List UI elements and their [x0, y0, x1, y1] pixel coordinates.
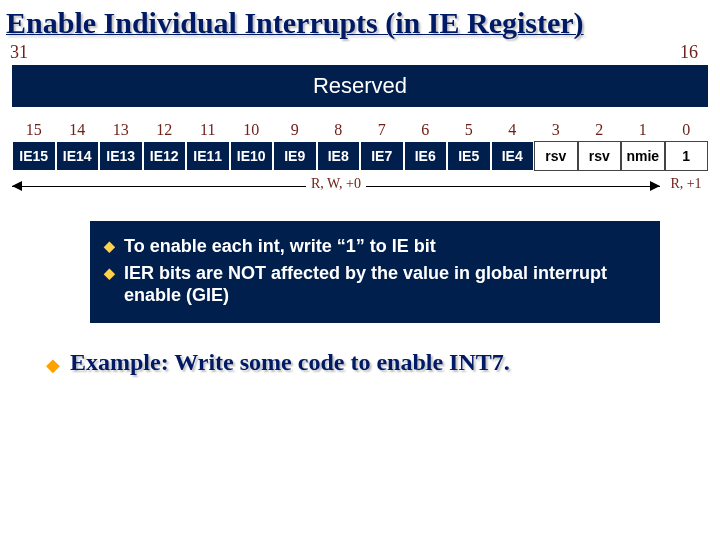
bit-index: 13 — [99, 121, 143, 141]
example-row: ◆ Example: Write some code to enable INT… — [46, 349, 710, 376]
bit-field: IE10 — [230, 141, 274, 171]
rw-range-indicator: R, W, +0 R, +1 — [12, 177, 708, 197]
bit-field: 1 — [665, 141, 709, 171]
bit-index-row: 1514131211109876543210 — [12, 121, 708, 141]
bit-field: rsv — [578, 141, 622, 171]
bit-field: IE9 — [273, 141, 317, 171]
arrow-right-icon — [650, 181, 660, 191]
bit-field: IE15 — [12, 141, 56, 171]
bit-field: IE8 — [317, 141, 361, 171]
reserved-field: Reserved — [12, 65, 708, 107]
bit-index: 5 — [447, 121, 491, 141]
bit-field: IE4 — [491, 141, 535, 171]
bit-index: 11 — [186, 121, 230, 141]
bit-field: IE12 — [143, 141, 187, 171]
bit-index: 15 — [12, 121, 56, 141]
bit-index: 10 — [230, 121, 274, 141]
bullet-icon: ◆ — [104, 262, 124, 283]
note-text: IER bits are NOT affected by the value i… — [124, 262, 646, 307]
note-text: To enable each int, write “1” to IE bit — [124, 235, 436, 258]
r1-label: R, +1 — [664, 176, 708, 192]
bit-field: nmie — [621, 141, 665, 171]
bit-index: 1 — [621, 121, 665, 141]
bit-field: IE7 — [360, 141, 404, 171]
bit-field: rsv — [534, 141, 578, 171]
page-title: Enable Individual Interrupts (in IE Regi… — [0, 0, 720, 40]
bit-index: 14 — [56, 121, 100, 141]
bit-index: 6 — [404, 121, 448, 141]
upper-range-left: 31 — [10, 42, 28, 63]
bit-index: 4 — [491, 121, 535, 141]
notes-box: ◆ To enable each int, write “1” to IE bi… — [90, 221, 660, 323]
bit-index: 9 — [273, 121, 317, 141]
bit-index: 12 — [143, 121, 187, 141]
rw-label: R, W, +0 — [306, 176, 366, 192]
bit-index: 3 — [534, 121, 578, 141]
upper-bit-range: 31 16 — [0, 42, 720, 63]
arrow-left-icon — [12, 181, 22, 191]
bit-index: 0 — [665, 121, 709, 141]
bit-index: 2 — [578, 121, 622, 141]
example-text: Example: Write some code to enable INT7. — [70, 349, 510, 376]
diamond-icon: ◆ — [46, 349, 70, 376]
bit-table: 1514131211109876543210 IE15IE14IE13IE12I… — [12, 121, 708, 171]
bit-index: 7 — [360, 121, 404, 141]
upper-range-right: 16 — [680, 42, 698, 63]
bit-field: IE6 — [404, 141, 448, 171]
bit-field: IE5 — [447, 141, 491, 171]
bit-field: IE14 — [56, 141, 100, 171]
bullet-icon: ◆ — [104, 235, 124, 256]
bit-index: 8 — [317, 121, 361, 141]
bit-field: IE13 — [99, 141, 143, 171]
bit-label-row: IE15IE14IE13IE12IE11IE10IE9IE8IE7IE6IE5I… — [12, 141, 708, 171]
note-item: ◆ To enable each int, write “1” to IE bi… — [104, 235, 646, 258]
bit-field: IE11 — [186, 141, 230, 171]
note-item: ◆ IER bits are NOT affected by the value… — [104, 262, 646, 307]
